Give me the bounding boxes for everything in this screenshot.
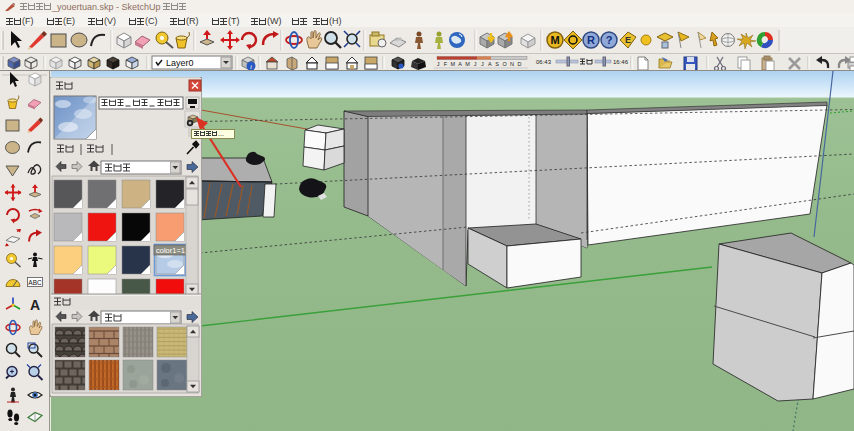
svg-text:O: O [502,61,507,67]
svg-text:A: A [30,297,40,313]
svg-text:N: N [510,61,514,67]
svg-text:06:43: 06:43 [536,59,552,65]
svg-text:ABC: ABC [28,279,42,286]
svg-text:?: ? [606,34,613,46]
svg-text:R: R [587,34,595,46]
svg-text:M: M [451,61,456,67]
svg-text:M: M [465,61,470,67]
svg-text:color1=1: color1=1 [156,246,185,255]
svg-text:J: J [474,61,477,67]
svg-text:J: J [437,61,440,67]
svg-text:S: S [495,61,499,67]
svg-text:A: A [458,61,462,67]
svg-text:16:46: 16:46 [613,59,629,65]
svg-text:Layer0: Layer0 [166,58,194,68]
svg-text:A: A [488,61,492,67]
svg-text:D: D [517,61,521,67]
svg-text:i: i [250,63,252,71]
svg-text:M: M [550,34,559,46]
svg-text:J: J [481,61,484,67]
svg-text:E: E [625,35,631,45]
